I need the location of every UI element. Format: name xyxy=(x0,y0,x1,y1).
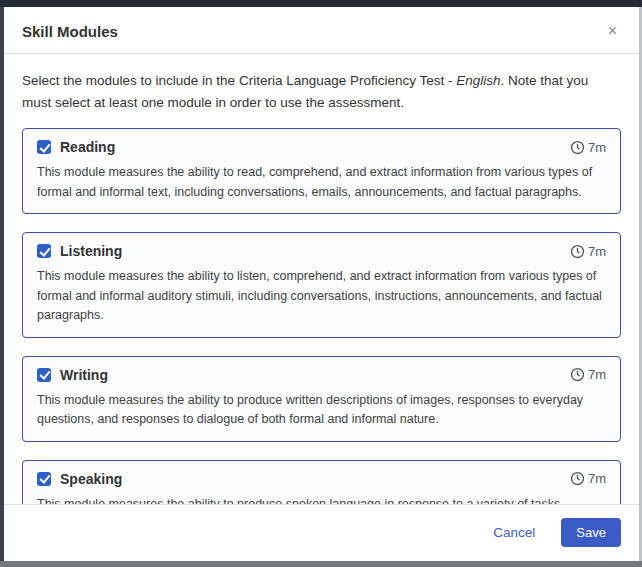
dialog-body: Select the modules to include in the Cri… xyxy=(4,54,639,504)
module-duration: 7m xyxy=(570,140,606,155)
module-name: Writing xyxy=(60,367,108,383)
dialog-title: Skill Modules xyxy=(22,23,118,40)
intro-text-before: Select the modules to include in the Cri… xyxy=(22,73,456,88)
module-description: This module measures the ability to read… xyxy=(37,163,606,202)
module-card-reading: Reading 7m This module measures the abil… xyxy=(22,128,621,214)
module-duration: 7m xyxy=(570,244,606,259)
module-name: Listening xyxy=(60,243,122,259)
speaking-checkbox[interactable] xyxy=(37,472,51,486)
listening-checkbox[interactable] xyxy=(37,244,51,258)
dialog-header: Skill Modules × xyxy=(4,7,639,54)
cancel-button[interactable]: Cancel xyxy=(493,525,535,540)
screen: Skill Modules × Select the modules to in… xyxy=(0,0,642,567)
module-duration: 7m xyxy=(570,367,606,382)
module-card-listening: Listening 7m This module measures the ab… xyxy=(22,232,621,338)
module-card-writing: Writing 7m This module measures the abil… xyxy=(22,356,621,442)
dimmed-page-background-top xyxy=(0,0,642,7)
module-card-header: Listening 7m xyxy=(37,243,606,259)
module-duration: 7m xyxy=(570,471,606,486)
module-duration-label: 7m xyxy=(588,367,606,382)
clock-icon xyxy=(570,367,585,382)
module-card-header: Speaking 7m xyxy=(37,471,606,487)
module-duration-label: 7m xyxy=(588,140,606,155)
reading-checkbox[interactable] xyxy=(37,140,51,154)
clock-icon xyxy=(570,140,585,155)
module-name: Speaking xyxy=(60,471,122,487)
module-description: This module measures the ability to prod… xyxy=(37,391,606,430)
clock-icon xyxy=(570,244,585,259)
module-description: This module measures the ability to list… xyxy=(37,267,606,326)
module-name: Reading xyxy=(60,139,115,155)
module-card-header: Writing 7m xyxy=(37,367,606,383)
module-duration-label: 7m xyxy=(588,471,606,486)
module-duration-label: 7m xyxy=(588,244,606,259)
close-icon[interactable]: × xyxy=(604,21,621,41)
module-card-speaking: Speaking 7m This module measures the abi… xyxy=(22,460,621,505)
dimmed-page-background-bottom xyxy=(0,561,642,567)
intro-text-emphasis: English xyxy=(456,73,500,88)
save-button[interactable]: Save xyxy=(561,518,621,547)
writing-checkbox[interactable] xyxy=(37,368,51,382)
module-card-header: Reading 7m xyxy=(37,139,606,155)
skill-modules-dialog: Skill Modules × Select the modules to in… xyxy=(4,7,639,561)
module-description: This module measures the ability to prod… xyxy=(37,495,606,505)
dialog-footer: Cancel Save xyxy=(4,504,639,561)
clock-icon xyxy=(570,471,585,486)
intro-text: Select the modules to include in the Cri… xyxy=(22,70,621,114)
